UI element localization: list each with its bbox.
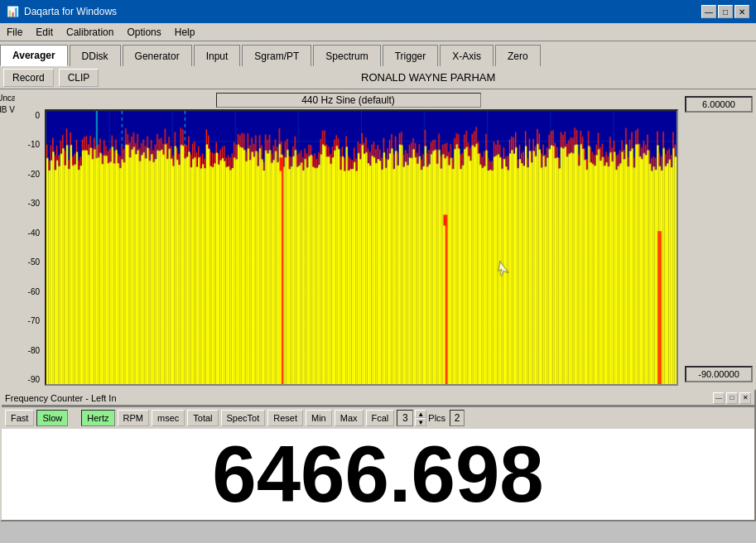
menu-edit[interactable]: Edit (29, 25, 60, 40)
menu-file[interactable]: File (0, 25, 29, 40)
maximize-button[interactable]: □ (718, 5, 733, 18)
top-value-box: 6.00000 (685, 96, 753, 113)
ytick-9: -90 (15, 375, 40, 384)
tab-zero[interactable]: Zero (495, 45, 541, 66)
ytick-2: -20 (15, 170, 40, 179)
tab-generator[interactable]: Generator (123, 45, 192, 66)
bottom-value-box: -90.00000 (685, 366, 753, 382)
ytick-4: -40 (15, 228, 40, 238)
close-button[interactable]: ✕ (734, 5, 749, 18)
plcs-value: 3 (397, 410, 413, 426)
freq-window-controls: — □ ✕ (713, 392, 751, 404)
ytick-8: -80 (15, 346, 40, 355)
freq-minimize-button[interactable]: — (713, 392, 725, 404)
scroll-area: Uncal dB V (0, 89, 15, 389)
plcs-down-button[interactable]: ▼ (415, 418, 426, 426)
freq-btn-fast[interactable]: Fast (5, 410, 34, 426)
freq-close-button[interactable]: ✕ (739, 392, 751, 404)
tab-input[interactable]: Input (194, 45, 241, 66)
plcs-label: Plcs (428, 413, 445, 423)
frequency-value: 6466.698 (212, 429, 543, 520)
ytick-3: -30 (15, 199, 40, 208)
freq-btn-min[interactable]: Min (306, 410, 332, 426)
ytick-0: 0 (15, 111, 40, 120)
tab-spectrum[interactable]: Spectrum (313, 45, 380, 66)
title-bar: 📊 Daqarta for Windows — □ ✕ (0, 0, 756, 23)
right-values: 6.00000 -90.00000 (681, 89, 756, 389)
freq-titlebar: Frequency Counter - Left In — □ ✕ (2, 391, 754, 406)
tab-bar: Averager DDisk Generator Input Sgram/PT … (0, 41, 756, 66)
spectrum-canvas (46, 111, 677, 384)
freq-btn-fcal[interactable]: Fcal (366, 410, 395, 426)
tab-ddisk[interactable]: DDisk (70, 45, 121, 66)
freq-btn-slow[interactable]: Slow (36, 410, 68, 426)
freq-btn-spectot[interactable]: SpecTot (221, 410, 266, 426)
spectrum-chart (45, 109, 678, 386)
freq-button-bar: Fast Slow Hertz RPM msec Total SpecTot R… (2, 406, 754, 429)
freq-maximize-button[interactable]: □ (726, 392, 738, 404)
app-title: Daqarta for Windows (24, 6, 117, 17)
freq-display: 6466.698 (2, 429, 754, 520)
chart-container: 440 Hz Sine (default) 0 -10 -20 -30 -40 … (15, 89, 681, 389)
title-left: 📊 Daqarta for Windows (7, 6, 117, 17)
toolbar: Record CLIP RONALD WAYNE PARHAM (0, 66, 756, 89)
menu-calibration[interactable]: Calibration (60, 25, 120, 40)
tab-xaxis[interactable]: X-Axis (440, 45, 494, 66)
freq-title: Frequency Counter - Left In (5, 393, 713, 403)
freq-btn-hertz[interactable]: Hertz (81, 410, 114, 426)
freq-btn-total[interactable]: Total (187, 410, 218, 426)
user-name-display: RONALD WAYNE PARHAM (104, 71, 753, 84)
plcs-up-button[interactable]: ▲ (415, 410, 426, 418)
ytick-7: -70 (15, 316, 40, 325)
minimize-button[interactable]: — (701, 5, 716, 18)
tab-trigger[interactable]: Trigger (383, 45, 439, 66)
record-button[interactable]: Record (3, 69, 54, 87)
freq-btn-msec[interactable]: msec (152, 410, 185, 426)
freq-btn-reset[interactable]: Reset (267, 410, 303, 426)
menu-bar: File Edit Calibration Options Help (0, 23, 756, 41)
plcs-spinner[interactable]: ▲ ▼ (415, 410, 426, 426)
y-axis: 0 -10 -20 -30 -40 -50 -60 -70 -80 -90 (15, 109, 41, 386)
tab-sgrampt[interactable]: Sgram/PT (242, 45, 311, 66)
freq-btn-max[interactable]: Max (335, 410, 364, 426)
app-icon: 📊 (7, 6, 19, 17)
main-area: Uncal dB V 440 Hz Sine (default) 0 -10 -… (0, 89, 756, 389)
right-value-box: 2 (450, 410, 465, 426)
ytick-5: -50 (15, 257, 40, 267)
tab-averager[interactable]: Averager (0, 45, 68, 66)
menu-options[interactable]: Options (120, 25, 167, 40)
menu-help[interactable]: Help (168, 25, 202, 40)
plcs-spinner-group: 3 ▲ ▼ Plcs (397, 410, 445, 426)
title-controls: — □ ✕ (701, 5, 749, 18)
ytick-6: -60 (15, 287, 40, 296)
signal-label: 440 Hz Sine (default) (216, 93, 481, 108)
clip-button[interactable]: CLIP (59, 69, 99, 87)
ytick-1: -10 (15, 140, 40, 149)
freq-btn-rpm[interactable]: RPM (118, 410, 149, 426)
frequency-counter-window: Frequency Counter - Left In — □ ✕ Fast S… (0, 389, 756, 521)
